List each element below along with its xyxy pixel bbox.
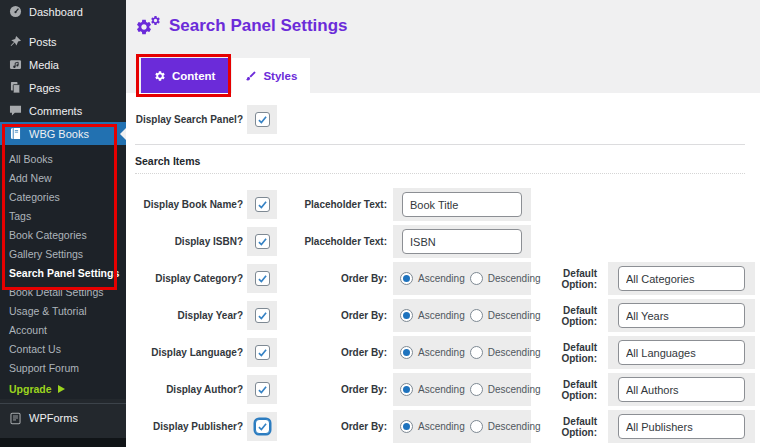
row-label: Display Language? — [126, 347, 243, 358]
divider — [135, 173, 745, 174]
publisher-default-input[interactable] — [618, 414, 745, 439]
isbn-placeholder-input[interactable] — [402, 229, 522, 254]
dashboard-icon — [9, 5, 22, 18]
language-row: Display Language? Order By: Ascending De… — [126, 334, 760, 371]
year-row: Display Year? Order By: Ascending Descen… — [126, 297, 760, 334]
sidebar-item-label: Posts — [29, 36, 57, 48]
category-row: Display Category? Order By: Ascending De… — [126, 260, 760, 297]
display-search-panel-checkbox[interactable] — [255, 112, 270, 127]
row-label: Display Book Name? — [126, 199, 243, 210]
search-items-rows: Display Book Name? Placeholder Text: Dis… — [126, 186, 760, 445]
submenu-item-upgrade[interactable]: Upgrade — [9, 378, 126, 399]
checkbox-cell — [247, 227, 277, 256]
year-default-input[interactable] — [618, 303, 745, 328]
sidebar-item-media[interactable]: Media — [0, 53, 126, 76]
radio-descending[interactable] — [470, 309, 483, 322]
radio-descending[interactable] — [470, 346, 483, 359]
tab-label: Content — [172, 70, 215, 82]
submenu-item-account[interactable]: Account — [9, 321, 126, 340]
radio-descending[interactable] — [470, 420, 483, 433]
submenu-item-book-detail-settings[interactable]: Book Detail Settings — [9, 283, 126, 302]
media-icon — [9, 58, 22, 71]
checkbox-cell — [247, 105, 277, 134]
orderby-panel: Ascending Descending — [393, 336, 531, 369]
radio-ascending[interactable] — [400, 309, 413, 322]
submenu-item-tags[interactable]: Tags — [9, 207, 126, 226]
radio-descending[interactable] — [470, 272, 483, 285]
checkbox-cell — [247, 264, 277, 293]
arrow-right-icon — [58, 385, 65, 393]
isbn-checkbox[interactable] — [255, 234, 270, 249]
sidebar-item-label: WPForms — [29, 412, 78, 424]
submenu-item-add-new[interactable]: Add New — [9, 169, 126, 188]
orderby-panel: Ascending Descending — [393, 299, 531, 332]
check-icon — [257, 384, 268, 395]
content-panel: Display Search Panel? Search Items Displ… — [126, 93, 760, 447]
sidebar-item-dashboard[interactable]: Dashboard — [0, 0, 126, 23]
input-panel — [608, 373, 755, 406]
checkbox-cell — [247, 338, 277, 367]
language-default-input[interactable] — [618, 340, 745, 365]
check-icon — [257, 199, 268, 210]
orderby-panel: Ascending Descending — [393, 262, 531, 295]
sidebar-item-wpforms[interactable]: WPForms — [0, 403, 126, 432]
sidebar-item-label: Pages — [29, 82, 60, 94]
author-default-input[interactable] — [618, 377, 745, 402]
main-content: Search Panel Settings Content Styles Dis… — [126, 0, 760, 447]
gears-icon — [135, 15, 162, 37]
radio-ascending[interactable] — [400, 420, 413, 433]
upgrade-label: Upgrade — [9, 383, 52, 395]
check-icon — [257, 347, 268, 358]
gear-icon — [154, 70, 166, 82]
orderby-panel: Ascending Descending — [393, 410, 531, 443]
row-label: Display ISBN? — [126, 236, 243, 247]
control-label: Placeholder Text: — [277, 236, 387, 247]
book-icon — [9, 127, 22, 140]
submenu-item-search-panel-settings[interactable]: Search Panel Settings — [9, 264, 126, 283]
control-label: Placeholder Text: — [277, 199, 387, 210]
sidebar-item-label: Dashboard — [29, 6, 83, 18]
default-option-label: Default Option: — [531, 379, 597, 401]
submenu-item-usage-tutorial[interactable]: Usage & Tutorial — [9, 302, 126, 321]
input-panel — [608, 336, 755, 369]
publisher-checkbox[interactable] — [255, 419, 270, 434]
brush-icon — [245, 70, 257, 82]
category-default-input[interactable] — [618, 266, 745, 291]
radio-label: Ascending — [418, 347, 465, 358]
default-option-label: Default Option: — [531, 268, 597, 290]
sidebar-item-label: Media — [29, 59, 59, 71]
language-checkbox[interactable] — [255, 345, 270, 360]
sidebar-item-comments[interactable]: Comments — [0, 99, 126, 122]
submenu-item-gallery-settings[interactable]: Gallery Settings — [9, 245, 126, 264]
radio-ascending[interactable] — [400, 383, 413, 396]
book-name-row: Display Book Name? Placeholder Text: — [126, 186, 760, 223]
row-label: Display Author? — [126, 384, 243, 395]
submenu-item-categories[interactable]: Categories — [9, 188, 126, 207]
radio-ascending[interactable] — [400, 272, 413, 285]
publisher-row: Display Publisher? Order By: Ascending D… — [126, 408, 760, 445]
sidebar-item-pages[interactable]: Pages — [0, 76, 126, 99]
category-checkbox[interactable] — [255, 271, 270, 286]
row-label: Display Year? — [126, 310, 243, 321]
tab-content[interactable]: Content — [141, 58, 228, 93]
radio-ascending[interactable] — [400, 346, 413, 359]
submenu-item-book-categories[interactable]: Book Categories — [9, 226, 126, 245]
check-icon — [257, 236, 268, 247]
radio-label: Ascending — [418, 310, 465, 321]
orderby-panel: Ascending Descending — [393, 373, 531, 406]
book-name-placeholder-input[interactable] — [402, 192, 522, 217]
submenu-item-contact-us[interactable]: Contact Us — [9, 340, 126, 359]
year-checkbox[interactable] — [255, 308, 270, 323]
submenu-item-all-books[interactable]: All Books — [9, 150, 126, 169]
input-panel — [393, 225, 531, 258]
submenu-item-support-forum[interactable]: Support Forum — [9, 359, 126, 378]
book-name-checkbox[interactable] — [255, 197, 270, 212]
tab-styles[interactable]: Styles — [232, 58, 310, 93]
radio-descending[interactable] — [470, 383, 483, 396]
sidebar-item-wbg-books[interactable]: WBG Books — [0, 122, 126, 145]
checkbox-cell — [247, 301, 277, 330]
tab-label: Styles — [263, 70, 297, 82]
sidebar-item-posts[interactable]: Posts — [0, 30, 126, 53]
author-checkbox[interactable] — [255, 382, 270, 397]
divider — [135, 144, 745, 145]
